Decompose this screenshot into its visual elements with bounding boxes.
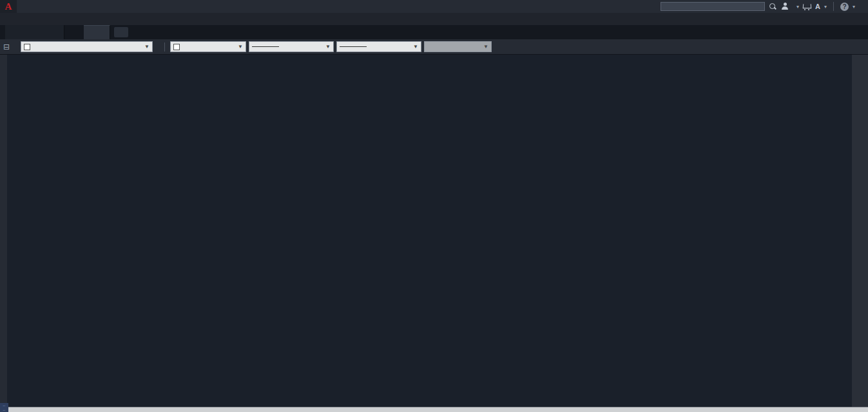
properties-toolbar: ⊟ ▼ ▼ ▼ ▼ ▼ bbox=[0, 39, 868, 55]
app-store-cart-icon[interactable] bbox=[803, 3, 811, 10]
search-input[interactable] bbox=[661, 2, 765, 11]
autodesk-app-icon[interactable]: A bbox=[815, 3, 820, 10]
color-dropdown[interactable]: ▼ bbox=[170, 41, 246, 52]
menu-bar bbox=[0, 13, 868, 25]
chevron-down-icon: ▼ bbox=[238, 44, 243, 50]
chevron-down-icon: ▼ bbox=[325, 44, 331, 50]
user-avatar-icon[interactable] bbox=[781, 3, 789, 10]
plot-style-dropdown: ▼ bbox=[424, 41, 492, 52]
divider bbox=[164, 42, 165, 52]
color-swatch bbox=[173, 44, 180, 50]
title-bar: A ▾ A ▾ ? ▾ bbox=[0, 0, 868, 13]
tab-start[interactable] bbox=[5, 25, 64, 39]
divider bbox=[833, 2, 834, 11]
linetype-sample bbox=[252, 46, 279, 47]
palette-grip[interactable]: ∙∙∙∙ bbox=[0, 403, 8, 412]
new-tab-button[interactable] bbox=[114, 27, 128, 37]
chevron-down-icon: ▼ bbox=[483, 44, 488, 50]
sign-in-caret-icon[interactable]: ▾ bbox=[796, 4, 799, 10]
lineweight-sample bbox=[340, 46, 367, 47]
tab-active-drawing[interactable] bbox=[84, 25, 110, 39]
help-icon[interactable]: ? bbox=[840, 3, 849, 11]
autodesk-app-caret-icon[interactable]: ▾ bbox=[824, 4, 827, 10]
help-caret-icon[interactable]: ▾ bbox=[853, 4, 855, 10]
layer-color-swatch bbox=[24, 44, 30, 50]
search-icon[interactable] bbox=[769, 3, 777, 11]
layer-dropdown[interactable]: ▼ bbox=[21, 41, 153, 52]
modify-dimension-toolbar-vertical bbox=[852, 55, 868, 407]
linetype-dropdown[interactable]: ▼ bbox=[249, 41, 334, 52]
autocad-logo-icon[interactable]: A bbox=[0, 0, 17, 13]
command-line-strip[interactable] bbox=[0, 407, 868, 412]
draw-toolbar-vertical bbox=[0, 55, 7, 407]
lineweight-dropdown[interactable]: ▼ bbox=[336, 41, 421, 52]
chevron-down-icon: ▼ bbox=[413, 44, 418, 50]
panel-icon[interactable]: ⊟ bbox=[0, 42, 13, 52]
drawing-canvas[interactable] bbox=[7, 55, 852, 407]
file-tab-bar bbox=[0, 25, 868, 39]
chevron-down-icon: ▼ bbox=[144, 44, 149, 50]
